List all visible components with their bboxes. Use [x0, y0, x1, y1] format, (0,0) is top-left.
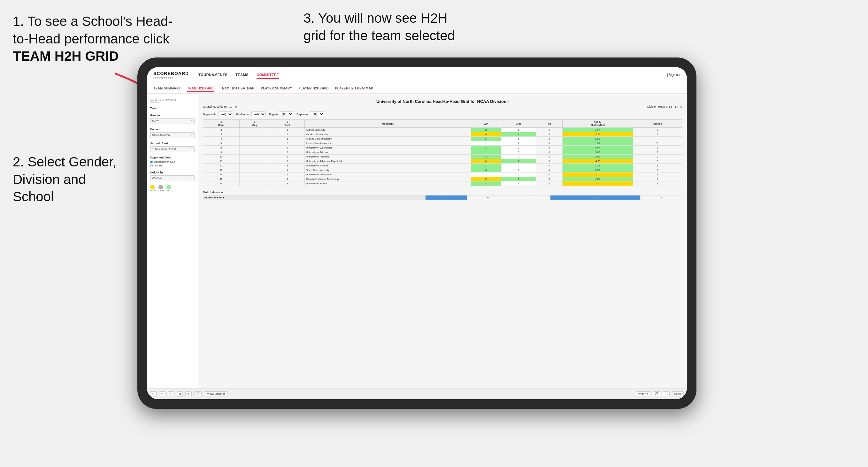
- fullscreen-button[interactable]: ⛶: [663, 391, 670, 396]
- nav-committee[interactable]: COMMITTEE: [256, 71, 279, 79]
- cell-reg: [239, 173, 270, 177]
- back-button[interactable]: ↩: [168, 391, 175, 396]
- cell-win: 1: [471, 173, 501, 177]
- cell-rank: 16: [203, 181, 240, 186]
- sub-nav-player-h2h-grid[interactable]: PLAYER H2H GRID: [299, 85, 329, 92]
- cell-opponent: University of Washington: [305, 146, 471, 150]
- cell-rounds: 12: [633, 141, 682, 146]
- filter-opponent-select[interactable]: (All): [310, 112, 324, 117]
- sub-nav-team-h2h-grid[interactable]: TEAM H2H GRID: [187, 85, 214, 92]
- annotation-step3: 3. You will now see H2H grid for the tea…: [304, 9, 521, 44]
- cell-opponent: Arizona State University: [305, 137, 471, 141]
- grid-title: University of North Carolina Head-to-Hea…: [203, 99, 682, 104]
- sign-out[interactable]: | Sign out: [667, 73, 680, 77]
- logo-sub: Powered by clippi: [153, 76, 189, 79]
- cell-loss: 4: [501, 132, 536, 137]
- nav-tournaments[interactable]: TOURNAMENTS: [198, 71, 227, 79]
- view-original-button[interactable]: View: Original: [204, 391, 227, 396]
- cell-conf: 5: [270, 155, 305, 159]
- cell-win: 3: [471, 168, 501, 173]
- col-opponent: Opponent: [305, 120, 471, 128]
- cell-loss: 0: [501, 168, 536, 173]
- table-row: 14 2 University of Oklahoma 1 2 0 -1.00 …: [203, 173, 682, 177]
- tablet-device: SCOREBOARD Powered by clippi TOURNAMENTS…: [137, 58, 696, 409]
- cell-diff: 4.50: [562, 177, 633, 181]
- cell-rounds: 9: [633, 173, 682, 177]
- filter-opponent: Opponent (All): [297, 112, 324, 117]
- sub-nav-team-summary[interactable]: TEAM SUMMARY: [153, 85, 181, 92]
- main-grid: University of North Carolina Head-to-Hea…: [198, 94, 687, 388]
- clock-button[interactable]: 🕐: [194, 391, 202, 396]
- filter-opponents-select[interactable]: (All): [219, 112, 233, 117]
- sub-nav-player-h2h-heatmap[interactable]: PLAYER H2H HEATMAP: [335, 85, 373, 92]
- sub-nav-team-h2h-heatmap[interactable]: TEAM H2H HEATMAP: [220, 85, 254, 92]
- watch-button[interactable]: Watch ▾: [636, 391, 650, 396]
- sidebar-school-select[interactable]: 1. University of Nort...: [150, 146, 194, 152]
- overall-record: Overall Record: 89 - 17 - 0: [203, 105, 237, 108]
- cell-opponent: University of Virginia: [305, 163, 471, 168]
- cell-win: 2: [471, 128, 501, 132]
- nav-bar: SCOREBOARD Powered by clippi TOURNAMENTS…: [147, 67, 687, 83]
- sidebar-team-label: Team: [150, 107, 194, 110]
- sidebar-radio-opponents-played[interactable]: Opponents Played: [150, 160, 194, 163]
- cell-rounds: [633, 137, 682, 141]
- out-of-division-table: NCAA Division II 1 0 0 26.00 3: [203, 195, 682, 200]
- cell-diff: -6.62: [562, 181, 633, 186]
- cell-diff: 2.61: [562, 155, 633, 159]
- redo-button[interactable]: ↪: [159, 391, 165, 396]
- sidebar-gender-select[interactable]: Men's: [150, 118, 194, 124]
- out-division-loss: 0: [467, 195, 508, 200]
- cell-rank: 8: [203, 146, 240, 150]
- cell-win: 0: [471, 132, 501, 137]
- cell-opponent: University of Oklahoma: [305, 173, 471, 177]
- sidebar-division-section: Division NCAA Division I: [150, 128, 194, 138]
- paste-button[interactable]: ⊕: [185, 391, 192, 396]
- cell-loss: 1: [501, 128, 536, 132]
- cell-tie: 0: [536, 181, 562, 186]
- cell-win: 5: [471, 137, 501, 141]
- share-button[interactable]: Share: [672, 391, 684, 396]
- cell-tie: 0: [536, 177, 562, 181]
- sidebar-colour-select[interactable]: Win/loss: [150, 175, 194, 181]
- sidebar-school-label: School (Rank): [150, 142, 194, 145]
- cell-diff: 2.29: [562, 137, 633, 141]
- sidebar-gender-section: Gender Men's: [150, 114, 194, 124]
- cell-win: 3: [471, 181, 501, 186]
- cell-rounds: 3: [633, 163, 682, 168]
- sidebar-division-select[interactable]: NCAA Division I: [150, 132, 194, 138]
- cell-rank: 13: [203, 168, 240, 173]
- cell-loss: 0: [501, 150, 536, 155]
- cell-win: 1: [471, 163, 501, 168]
- cell-reg: [239, 128, 270, 132]
- sub-nav-player-summary[interactable]: PLAYER SUMMARY: [261, 85, 292, 92]
- cell-diff: 5.56: [562, 168, 633, 173]
- colour-down: [150, 185, 155, 189]
- nav-teams[interactable]: TEAMS: [236, 71, 249, 79]
- cell-rounds: 8: [633, 132, 682, 137]
- cell-loss: 0: [501, 155, 536, 159]
- sidebar-radio-top100[interactable]: Top 100: [150, 164, 194, 167]
- content-area: Last Updated: 27/03/2024 16:55:38 Team G…: [147, 94, 687, 388]
- undo-button[interactable]: ↩: [150, 391, 157, 396]
- cell-rank: 6: [203, 141, 240, 146]
- bottom-toolbar: ↩ ↪ ↩ ⧉ ⊕ 🕐 View: Original Watch ▾ 💬 ⛶ S…: [147, 388, 687, 399]
- cell-conf: 1: [270, 168, 305, 173]
- col-rank: #Rank: [203, 120, 240, 128]
- filter-conference-select[interactable]: (All): [251, 112, 266, 117]
- table-row: 13 1 Texas Tech University 3 0 0 5.56 9: [203, 168, 682, 173]
- cell-rounds: 9: [633, 181, 682, 186]
- comments-button[interactable]: 💬: [653, 391, 660, 396]
- table-row: 15 4 Georgia Institute of Technology 0 5…: [203, 177, 682, 181]
- sidebar: Last Updated: 27/03/2024 16:55:38 Team G…: [147, 94, 198, 388]
- cell-win: 3: [471, 155, 501, 159]
- cell-reg: [239, 159, 270, 163]
- cell-loss: 0: [501, 146, 536, 150]
- col-diff: Diff AvStrokes/Rnd: [562, 120, 633, 128]
- sidebar-school-section: School (Rank) 1. University of Nort...: [150, 142, 194, 152]
- table-row: 6 2 Florida State University 1 2 0 1.83 …: [203, 141, 682, 146]
- filter-region-select[interactable]: (All): [279, 112, 293, 117]
- copy-button[interactable]: ⧉: [177, 391, 183, 397]
- col-reg: #Reg: [239, 120, 270, 128]
- cell-diff: 9.00: [562, 150, 633, 155]
- cell-tie: 0: [536, 146, 562, 150]
